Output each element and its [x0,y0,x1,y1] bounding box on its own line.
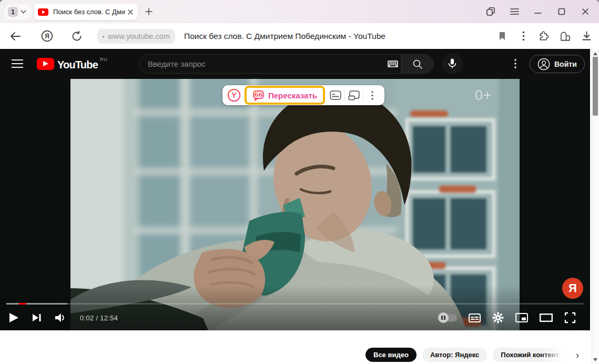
youtube-logo[interactable]: YouTube RU [37,55,107,71]
subtitles-button[interactable] [328,87,343,103]
vertical-dots-icon [371,91,373,100]
player-controls-left: 0:02 / 12:54 [8,308,118,327]
svg-text:Я: Я [45,33,49,40]
sign-in-button[interactable]: Войти [530,55,585,73]
address-toolbar: Я www.youtube.com Поиск без слов. С Дмит… [0,23,599,49]
chip-author[interactable]: Автор: Яндекс [422,348,487,362]
page-scrollbar[interactable] [590,49,599,364]
progress-played [19,303,26,305]
search-bar [139,54,434,74]
youtube-logo-text: YouTube [57,59,98,71]
microphone-icon [448,58,456,69]
yandex-circle-icon: Я [41,30,53,42]
yandex-video-toolbar: Y 66 Пересказать [222,85,384,105]
yandex-letter: Я [568,281,577,295]
scroll-up-arrow[interactable] [593,52,597,55]
chip-similar[interactable]: Похожий контент [493,348,566,362]
side-panel-icon[interactable] [486,7,495,16]
back-button[interactable] [9,23,21,49]
quote-bubble-icon: 66 [252,89,265,102]
picture-in-picture-icon [348,90,360,100]
browser-window: 1 Поиск без слов. С Дми [0,0,599,364]
url-box[interactable]: www.youtube.com [97,29,175,44]
float-window-button[interactable] [346,87,362,103]
onscreen-keyboard-icon[interactable] [385,60,401,67]
search-button[interactable] [401,54,433,74]
time-display: 0:02 / 12:54 [80,314,118,322]
svg-text:Y: Y [231,91,237,99]
back-arrow-icon [9,32,21,41]
chevron-down-icon [21,10,26,14]
tab-counter[interactable]: 1 [4,4,32,19]
new-tab-button[interactable] [142,5,156,18]
toolbar-more-button[interactable] [364,87,380,103]
search-icon [412,59,423,69]
person-icon [537,58,550,70]
next-button[interactable] [32,313,42,322]
collections-icon[interactable] [560,31,571,42]
retell-label: Пересказать [268,91,317,100]
voice-search-button[interactable] [442,53,463,74]
age-rating-badge: 0+ [475,87,492,104]
volume-button[interactable] [55,313,67,322]
plus-icon [145,7,153,16]
autoplay-toggle[interactable] [439,314,457,321]
svg-text:66: 66 [255,91,263,98]
sign-in-label: Войти [554,60,577,68]
lock-icon [103,33,104,41]
maximize-button[interactable] [557,7,566,16]
tab-count-badge: 1 [8,7,18,17]
settings-button[interactable] [492,312,504,323]
page-title: Поиск без слов. С Дмитрием Побединским -… [184,23,385,49]
player-controls-right [439,308,576,327]
autoplay-pause-icon [438,312,449,323]
tab-title: Поиск без слов. С Дми [53,8,125,16]
extensions-icon[interactable] [539,31,550,42]
chip-all-videos[interactable]: Все видео [366,348,417,362]
theater-mode-button[interactable] [540,314,553,322]
chips-scroll-chevron[interactable]: › [576,349,579,361]
play-button[interactable] [8,312,19,323]
progress-buffered [6,303,67,305]
subtitles-icon [330,90,341,100]
youtube-favicon [38,8,48,16]
scrollbar-thumb[interactable] [593,57,598,116]
scrollbar-track[interactable] [592,49,599,364]
fullscreen-button[interactable] [564,312,576,323]
retell-button[interactable]: 66 Пересказать [245,86,325,105]
miniplayer-button[interactable] [515,313,528,322]
tab-bar: 1 Поиск без слов. С Дми [0,0,599,23]
scroll-down-arrow[interactable] [593,358,597,361]
youtube-play-icon [37,58,54,70]
refresh-button[interactable] [71,23,83,49]
close-button[interactable] [581,7,590,16]
below-player-area: Все видео Автор: Яндекс Похожий контент … [0,330,590,364]
youtube-header: YouTube RU [0,49,590,79]
video-player[interactable]: 0+ Y [0,79,590,330]
youtube-region-label: RU [100,57,107,62]
filter-chips: Все видео Автор: Яндекс Похожий контент … [366,348,579,362]
video-progress-bar[interactable] [6,303,584,305]
chip-similar-wrap: Похожий контент [493,348,566,362]
guide-menu-icon[interactable] [12,58,23,69]
more-options-icon[interactable] [518,31,529,42]
browser-menu-icon[interactable] [510,7,519,16]
yandex-browser-button[interactable]: Y [226,87,242,103]
toolbar-actions [497,23,592,49]
captions-button[interactable] [469,314,481,322]
search-input[interactable] [139,59,385,68]
bookmark-icon[interactable] [497,31,507,42]
window-controls [486,0,590,23]
refresh-icon [71,31,83,42]
divider [363,90,363,100]
tab-close-icon[interactable] [127,9,134,15]
minimize-button[interactable] [533,7,543,16]
yandex-alice-badge[interactable]: Я [562,278,583,299]
download-icon[interactable] [581,31,592,42]
url-text: www.youtube.com [108,32,170,41]
yandex-services-button[interactable]: Я [41,23,53,49]
yandex-browser-icon: Y [227,88,241,102]
active-tab[interactable]: Поиск без слов. С Дми [34,4,138,20]
page-content: YouTube RU [0,49,590,364]
youtube-settings-menu-icon[interactable] [511,57,520,70]
